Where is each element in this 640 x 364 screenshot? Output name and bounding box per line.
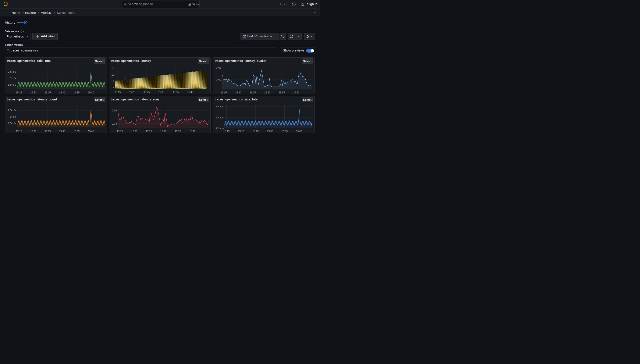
- svg-text:15:40: 15:40: [88, 130, 94, 133]
- svg-text:15:15: 15:15: [117, 130, 123, 133]
- svg-text:2K c/s: 2K c/s: [216, 127, 224, 130]
- svg-text:10: 10: [112, 73, 114, 76]
- svg-text:2 c/s: 2 c/s: [10, 77, 16, 80]
- svg-text:15:40: 15:40: [293, 91, 299, 94]
- svg-text:1.5 c/s: 1.5 c/s: [8, 122, 16, 125]
- svg-text:15:30: 15:30: [264, 91, 270, 94]
- svg-text:15:20: 15:20: [129, 90, 135, 94]
- svg-text:15:20: 15:20: [30, 91, 36, 94]
- svg-text:15:25: 15:25: [250, 91, 256, 94]
- svg-text:0: 0: [113, 87, 114, 90]
- svg-text:15:25: 15:25: [44, 91, 51, 94]
- svg-text:2.5 c/s: 2.5 c/s: [8, 70, 16, 73]
- svg-text:15:20: 15:20: [30, 130, 36, 133]
- svg-text:15:40: 15:40: [187, 90, 193, 94]
- svg-text:15:25: 15:25: [146, 130, 152, 133]
- svg-text:15:35: 15:35: [175, 130, 181, 133]
- svg-text:0.06: 0.06: [112, 109, 117, 112]
- svg-text:15:35: 15:35: [73, 130, 80, 133]
- svg-text:15:35: 15:35: [279, 91, 285, 94]
- svg-text:15:40: 15:40: [88, 91, 94, 94]
- svg-text:15:20: 15:20: [235, 91, 241, 94]
- svg-text:15:30: 15:30: [160, 130, 166, 133]
- svg-text:15:15: 15:15: [16, 130, 22, 133]
- svg-text:15:25: 15:25: [144, 90, 150, 94]
- svg-text:15:30: 15:30: [267, 130, 273, 133]
- svg-text:15: 15: [112, 66, 114, 69]
- svg-text:15:35: 15:35: [73, 91, 80, 94]
- svg-text:15:20: 15:20: [238, 130, 244, 133]
- svg-text:15:40: 15:40: [189, 130, 196, 133]
- svg-text:15:25: 15:25: [44, 130, 51, 133]
- svg-text:15:35: 15:35: [173, 90, 179, 94]
- svg-text:15:40: 15:40: [296, 130, 302, 133]
- svg-text:15:20: 15:20: [131, 130, 137, 133]
- svg-text:0.03: 0.03: [216, 66, 221, 69]
- svg-text:5: 5: [113, 80, 114, 83]
- svg-text:15:15: 15:15: [16, 91, 22, 94]
- svg-text:15:30: 15:30: [59, 130, 65, 133]
- svg-text:0.02: 0.02: [216, 78, 221, 81]
- svg-text:15:25: 15:25: [252, 130, 258, 133]
- svg-text:1.5 c/s: 1.5 c/s: [8, 83, 16, 86]
- svg-text:15:30: 15:30: [158, 90, 164, 94]
- svg-text:2 c/s: 2 c/s: [10, 115, 16, 118]
- svg-text:3K c/s: 3K c/s: [216, 116, 224, 119]
- svg-text:?: ?: [293, 3, 294, 6]
- svg-text:15:15: 15:15: [223, 130, 230, 133]
- svg-text:2.5 c/s: 2.5 c/s: [8, 109, 16, 112]
- svg-text:0.04: 0.04: [112, 122, 117, 125]
- svg-text:15:35: 15:35: [282, 130, 288, 133]
- svg-text:15:30: 15:30: [59, 91, 65, 94]
- svg-text:4K c/s: 4K c/s: [216, 105, 224, 108]
- svg-text:15:15: 15:15: [115, 90, 121, 94]
- svg-text:15:15: 15:15: [220, 91, 227, 94]
